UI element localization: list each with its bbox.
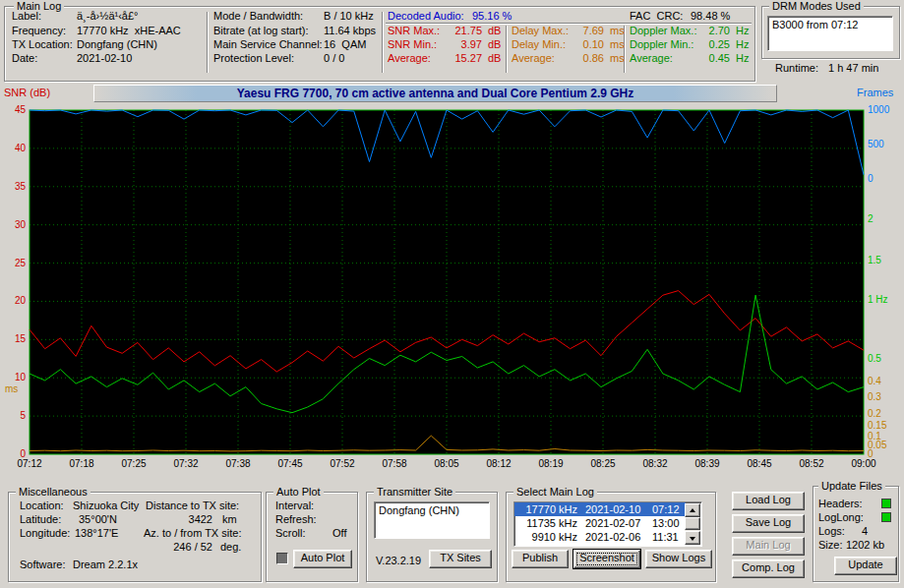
snr-min-caption: SNR Min.: bbox=[388, 38, 437, 51]
log-item-time: 11:31 bbox=[652, 530, 679, 544]
tx-location-caption: TX Location: bbox=[12, 38, 73, 51]
snr-max-caption: SNR Max.: bbox=[388, 25, 440, 37]
delay-avg-value: 0.86 bbox=[573, 52, 604, 65]
scrollbar-thumb[interactable] bbox=[685, 517, 700, 530]
delay-min-caption: Delay Min.: bbox=[512, 38, 566, 51]
bitrate-value: 11.64 kbps bbox=[324, 25, 376, 37]
screenshot-button[interactable]: Screenshot bbox=[573, 550, 640, 568]
svg-text:1000: 1000 bbox=[868, 104, 890, 115]
longitude-caption: Longitude: bbox=[20, 527, 70, 540]
location-value: Shizuoka City bbox=[73, 500, 139, 512]
mode-bandwidth-caption: Mode / Bandwidth: bbox=[213, 10, 303, 23]
transmitter-site-item[interactable]: Dongfang (CHN) bbox=[379, 504, 459, 517]
tx-location-value: Dongfang (CHN) bbox=[77, 38, 157, 51]
log-item-frequency: 9910 kHz bbox=[516, 530, 577, 544]
scroll-down-button[interactable] bbox=[685, 531, 700, 545]
snr-min-value: 3.97 bbox=[445, 38, 482, 51]
software-caption: Software: bbox=[20, 559, 65, 571]
software-value: Dream 2.2.1x bbox=[73, 559, 138, 571]
scroll-up-button[interactable] bbox=[685, 503, 700, 517]
log-list-item[interactable]: 9910 kHz2021-02-0611:31 bbox=[514, 530, 686, 544]
headers-status-led bbox=[881, 499, 891, 508]
fac-crc-caption: FAC CRC: bbox=[630, 10, 683, 23]
load-log-button[interactable]: Load Log bbox=[732, 492, 805, 510]
chart-title-bar: Yaesu FRG 7700, 70 cm active antenna and… bbox=[93, 85, 777, 102]
svg-text:0.5: 0.5 bbox=[868, 353, 881, 364]
snr-max-value: 21.75 bbox=[445, 25, 482, 37]
delay-min-unit: ms bbox=[610, 38, 625, 51]
msc-caption: Main Service Channel: bbox=[213, 38, 323, 51]
log-list-item[interactable]: 11735 kHz2021-02-0713:00 bbox=[514, 516, 686, 530]
version-text: V.23.2.19 bbox=[376, 555, 421, 567]
listbox-scrollbar[interactable] bbox=[685, 503, 700, 545]
svg-text:500: 500 bbox=[868, 139, 884, 149]
runtime-caption: Runtime: bbox=[775, 62, 818, 75]
comp-log-button[interactable]: Comp. Log bbox=[732, 559, 805, 578]
doppler-avg-value: 0.45 bbox=[700, 52, 730, 65]
svg-text:08:45: 08:45 bbox=[747, 458, 771, 469]
decoded-audio-caption: Decoded Audio: bbox=[388, 10, 464, 23]
main-log-button[interactable]: Main Log bbox=[732, 537, 805, 556]
bitrate-caption: Bitrate (at log start): bbox=[213, 25, 309, 37]
tx-sites-button[interactable]: TX Sites bbox=[429, 550, 492, 568]
svg-text:08:12: 08:12 bbox=[486, 458, 511, 469]
log-item-time: 07:12 bbox=[652, 502, 680, 516]
transmitter-site-group-title: Transmitter Site bbox=[374, 486, 455, 498]
msc-value: 16 QAM bbox=[324, 38, 366, 51]
svg-text:1 Hz: 1 Hz bbox=[868, 294, 888, 305]
svg-text:07:52: 07:52 bbox=[330, 458, 354, 469]
interval-caption: Interval: bbox=[275, 500, 314, 512]
svg-text:07:32: 07:32 bbox=[173, 458, 198, 469]
svg-text:0.3: 0.3 bbox=[868, 391, 881, 402]
scroll-caption: Scroll: bbox=[275, 527, 306, 540]
delay-max-value: 7.69 bbox=[573, 25, 604, 37]
date-caption: Date: bbox=[12, 52, 37, 65]
save-log-button[interactable]: Save Log bbox=[732, 514, 805, 533]
drm-modes-group-title: DRM Modes Used bbox=[769, 0, 864, 12]
svg-text:15: 15 bbox=[15, 333, 27, 344]
location-caption: Location: bbox=[20, 500, 64, 512]
delay-max-unit: ms bbox=[610, 25, 625, 37]
doppler-avg-caption: Average: bbox=[630, 52, 673, 65]
svg-text:0: 0 bbox=[868, 448, 874, 459]
chart-plot: 07:1207:1807:2507:3207:3807:4507:5207:58… bbox=[0, 102, 904, 486]
auto-plot-button[interactable]: Auto Plot bbox=[293, 550, 352, 568]
delay-min-value: 0.10 bbox=[573, 38, 604, 51]
svg-text:ms: ms bbox=[5, 383, 18, 394]
svg-text:0.15: 0.15 bbox=[868, 420, 887, 431]
svg-text:08:39: 08:39 bbox=[694, 458, 719, 469]
log-list-item-selected[interactable]: 17770 kHz2021-02-1007:12 bbox=[514, 502, 686, 516]
update-button[interactable]: Update bbox=[834, 557, 897, 575]
main-log-group-title: Main Log bbox=[14, 0, 64, 12]
main-log-listbox[interactable]: 17770 kHz2021-02-1007:12 11735 kHz2021-0… bbox=[513, 501, 702, 547]
delay-avg-unit: ms bbox=[610, 52, 625, 65]
svg-text:0: 0 bbox=[20, 448, 26, 459]
publish-button[interactable]: Publish bbox=[512, 550, 569, 568]
separator bbox=[207, 12, 209, 73]
auto-plot-indicator-well[interactable] bbox=[276, 553, 288, 564]
scroll-value: Off bbox=[332, 527, 346, 540]
separator bbox=[382, 12, 384, 73]
svg-text:10: 10 bbox=[15, 372, 27, 382]
svg-text:08:25: 08:25 bbox=[590, 458, 615, 469]
doppler-max-caption: Doppler Max.: bbox=[630, 25, 696, 37]
azimuth-value: 246 / 52 bbox=[165, 541, 212, 554]
refresh-caption: Refresh: bbox=[275, 513, 317, 526]
show-logs-button[interactable]: Show Logs bbox=[645, 550, 712, 568]
svg-text:0.2: 0.2 bbox=[868, 408, 881, 419]
svg-text:20: 20 bbox=[15, 295, 27, 306]
svg-text:0.4: 0.4 bbox=[868, 376, 881, 386]
doppler-max-value: 2.70 bbox=[700, 25, 730, 37]
doppler-min-value: 0.25 bbox=[700, 38, 730, 51]
azimuth-unit: deg. bbox=[220, 541, 241, 554]
loglong-caption: LogLong: bbox=[818, 511, 864, 524]
doppler-avg-unit: Hz bbox=[736, 52, 749, 65]
runtime-value: 1 h 47 min bbox=[828, 62, 878, 75]
log-item-date: 2021-02-07 bbox=[585, 516, 650, 530]
svg-text:25: 25 bbox=[15, 258, 27, 268]
drm-mode-item[interactable]: B3000 from 07:12 bbox=[772, 19, 858, 31]
logs-caption: Logs: bbox=[818, 525, 845, 538]
snr-avg-unit: dB bbox=[488, 52, 501, 65]
svg-text:08:52: 08:52 bbox=[799, 458, 823, 469]
decoded-audio-value: 95.16 % bbox=[472, 10, 512, 23]
